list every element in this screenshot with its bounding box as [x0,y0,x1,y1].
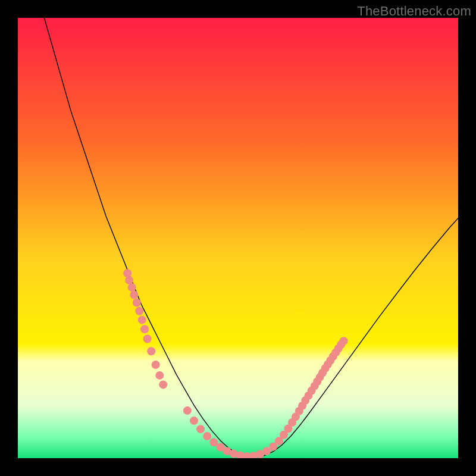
highlight-dot [123,269,131,277]
gradient-background [18,18,458,458]
highlight-dot [155,371,164,380]
chart-svg [18,18,458,458]
highlight-dot [152,361,160,369]
highlight-dot [135,307,143,315]
highlight-dot [130,290,138,299]
highlight-dot [140,325,149,333]
highlight-dot [138,316,146,324]
highlight-dot [128,283,136,292]
watermark-label: TheBottleneck.com [357,4,471,19]
chart-frame: TheBottleneck.com [0,0,476,476]
highlight-dot [143,334,152,343]
plot-area [18,18,458,458]
highlight-dot [196,425,205,433]
highlight-dot [133,299,141,307]
highlight-dot [340,337,348,345]
highlight-dot [203,432,211,440]
highlight-dot [159,380,167,389]
highlight-dot [147,347,155,355]
highlight-dot [190,416,198,425]
highlight-dot [183,406,192,415]
